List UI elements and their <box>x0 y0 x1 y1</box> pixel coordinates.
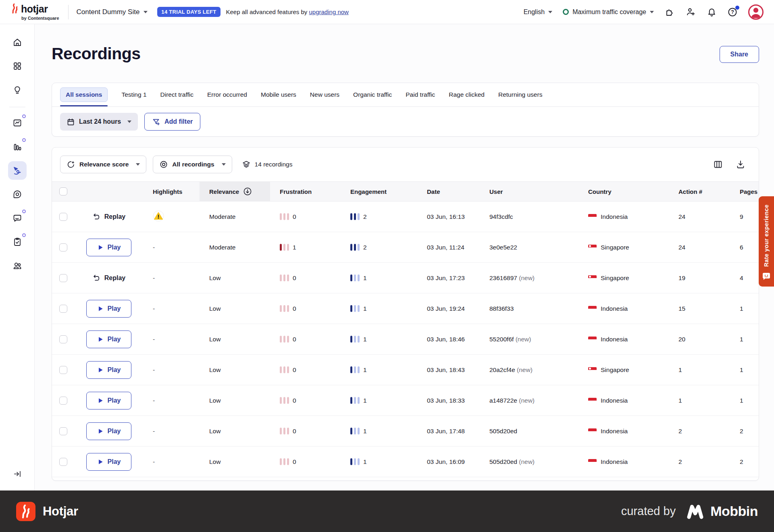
date-range-button[interactable]: Last 24 hours <box>60 113 138 131</box>
sidebar-item-recordings[interactable] <box>8 161 27 180</box>
pages-count-cell: 2 <box>728 458 759 466</box>
site-selector[interactable]: Content Dummy Site <box>77 8 148 16</box>
select-all-checkbox[interactable] <box>59 187 67 195</box>
filter-plus-icon <box>152 118 160 126</box>
play-button[interactable]: Play <box>86 422 131 440</box>
avatar[interactable] <box>748 4 764 20</box>
country-name: Indonesia <box>601 305 628 312</box>
highlight-empty: - <box>153 336 155 343</box>
tab-returning-users[interactable]: Returning users <box>498 91 542 98</box>
sidebar-item-funnels[interactable] <box>8 137 27 156</box>
replay-button[interactable]: Replay <box>86 208 131 226</box>
action-count-cell: 15 <box>671 305 728 312</box>
play-button[interactable]: Play <box>86 453 131 471</box>
chevron-down-icon <box>222 163 226 166</box>
frustration-meter-value: 0 <box>293 428 296 435</box>
sidebar-item-interviews[interactable] <box>8 256 27 275</box>
frustration-meter-value: 0 <box>293 336 296 343</box>
tab-rage-clicked[interactable]: Rage clicked <box>449 91 485 98</box>
relevance-cell: Moderate <box>200 244 270 251</box>
hotjar-logo[interactable]: hotjar by Contentsquare <box>10 3 59 21</box>
sort-by-button[interactable]: Relevance score <box>60 156 146 173</box>
relevance-cell: Moderate <box>200 213 270 220</box>
traffic-coverage-selector[interactable]: Maximum traffic coverage <box>563 8 654 16</box>
upgrade-link[interactable]: upgrading now <box>309 8 349 15</box>
row-checkbox[interactable] <box>59 366 67 374</box>
sidebar-item-surveys[interactable] <box>8 233 27 251</box>
play-icon <box>97 459 104 465</box>
recordings-count: 14 recordings <box>242 160 293 169</box>
play-icon <box>97 367 104 373</box>
help-button[interactable]: ? <box>727 7 738 17</box>
tab-all-sessions[interactable]: All sessions <box>60 87 108 102</box>
rate-experience-tab[interactable]: Rate your experience <box>759 196 774 287</box>
tab-new-users[interactable]: New users <box>310 91 339 98</box>
frustration-meter-value: 0 <box>293 305 296 312</box>
add-filter-button[interactable]: Add filter <box>144 113 200 131</box>
target-icon <box>159 160 168 169</box>
country-cell: Singapore <box>578 366 671 374</box>
user-id: 55200f6f <box>489 336 514 343</box>
play-button[interactable]: Play <box>86 239 131 256</box>
download-button[interactable] <box>735 159 746 170</box>
language-selector[interactable]: English <box>524 8 552 16</box>
column-header-frustration: Frustration <box>270 188 341 195</box>
manage-columns-button[interactable] <box>713 159 723 170</box>
notifications-button[interactable] <box>706 7 717 17</box>
relevance-cell: Low <box>200 428 270 435</box>
invite-user-button[interactable] <box>685 7 696 17</box>
row-checkbox[interactable] <box>59 397 67 405</box>
share-button[interactable]: Share <box>720 46 759 63</box>
sidebar-collapse-button[interactable] <box>8 465 27 483</box>
invite-user-icon <box>686 7 696 17</box>
chevron-down-icon <box>548 11 552 13</box>
sidebar-item-home[interactable] <box>8 33 27 52</box>
scope-button[interactable]: All recordings <box>153 156 232 173</box>
integrations-button[interactable] <box>664 7 675 17</box>
row-checkbox[interactable] <box>59 274 67 282</box>
chevron-down-icon <box>127 121 131 123</box>
relevance-cell: Low <box>200 336 270 343</box>
row-checkbox[interactable] <box>59 427 67 435</box>
play-label: Play <box>108 366 121 374</box>
sidebar-item-dashboards[interactable] <box>8 57 27 75</box>
row-checkbox[interactable] <box>59 305 67 313</box>
country-cell: Singapore <box>578 274 671 282</box>
page-title: Recordings <box>52 44 141 63</box>
tab-mobile-users[interactable]: Mobile users <box>261 91 296 98</box>
replay-button[interactable]: Replay <box>86 269 131 287</box>
country-cell: Indonesia <box>578 336 671 343</box>
user-cell: 3e0e5e22 <box>480 244 578 251</box>
row-checkbox[interactable] <box>59 243 67 251</box>
row-checkbox[interactable] <box>59 458 67 466</box>
engagement-meter: 2 <box>350 213 417 220</box>
play-button[interactable]: Play <box>86 392 131 409</box>
tab-organic-traffic[interactable]: Organic traffic <box>353 91 392 98</box>
column-header-highlights: Highlights <box>143 188 200 195</box>
tab-error-occurred[interactable]: Error occurred <box>207 91 247 98</box>
sidebar-item-heatmaps[interactable] <box>8 185 27 204</box>
row-checkbox[interactable] <box>59 213 67 221</box>
tab-direct-traffic[interactable]: Direct traffic <box>160 91 194 98</box>
row-checkbox[interactable] <box>59 335 67 343</box>
layers-icon <box>242 160 251 169</box>
indonesia-flag-icon <box>588 214 597 220</box>
tab-testing-1[interactable]: Testing 1 <box>121 91 146 98</box>
help-notification-dot <box>735 6 739 10</box>
chevron-down-icon <box>136 163 140 166</box>
user-new-badge: (new) <box>517 274 535 281</box>
date-cell: 03 Jun, 11:24 <box>417 244 480 251</box>
table-row: Play-Moderate1203 Jun, 11:243e0e5e22Sing… <box>52 232 759 263</box>
sidebar-item-insights[interactable] <box>8 81 27 99</box>
highlights-cell: - <box>143 244 200 251</box>
column-header-relevance[interactable]: Relevance <box>200 182 270 201</box>
tab-paid-traffic[interactable]: Paid traffic <box>406 91 435 98</box>
sidebar-item-feedback[interactable] <box>8 209 27 227</box>
play-button[interactable]: Play <box>86 361 131 379</box>
play-label: Play <box>108 244 121 251</box>
play-button[interactable]: Play <box>86 300 131 318</box>
sidebar-divider <box>9 107 25 107</box>
sidebar-item-trends[interactable] <box>8 114 27 132</box>
play-button[interactable]: Play <box>86 330 131 348</box>
date-range-label: Last 24 hours <box>79 118 121 125</box>
